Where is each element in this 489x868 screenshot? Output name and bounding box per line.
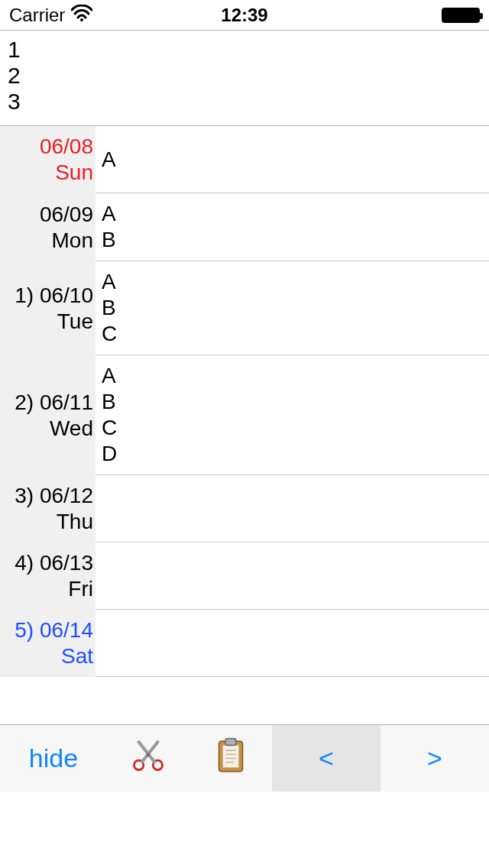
entry-empty — [102, 496, 489, 522]
day-row[interactable]: 2) 06/11WedABCD — [0, 355, 489, 475]
entry: A — [102, 363, 489, 389]
day-row[interactable]: 1) 06/10TueABC — [0, 261, 489, 355]
bottom-blank — [0, 792, 489, 868]
status-bar: Carrier 12:39 — [0, 0, 489, 31]
header-line-3: 3 — [8, 89, 481, 115]
prev-button-label: < — [319, 743, 334, 773]
status-left: Carrier — [9, 5, 92, 26]
date-line-1: 06/08 — [40, 134, 93, 160]
date-line-2: Sun — [55, 160, 93, 186]
date-line-2: Wed — [50, 416, 93, 442]
prev-button[interactable]: < — [272, 725, 381, 792]
header-line-1: 1 — [8, 37, 481, 63]
status-time: 12:39 — [221, 5, 267, 26]
header-area: 1 2 3 — [0, 31, 489, 125]
day-row[interactable]: 06/09MonAB — [0, 193, 489, 261]
day-row[interactable]: 3) 06/12Thu — [0, 475, 489, 542]
day-list: 06/08SunA06/09MonAB1) 06/10TueABC2) 06/1… — [0, 125, 489, 677]
date-cell: 2) 06/11Wed — [0, 355, 96, 475]
entry-empty — [102, 563, 489, 589]
next-button-label: > — [427, 743, 442, 773]
entry: B — [102, 227, 489, 253]
carrier-label: Carrier — [9, 5, 65, 26]
paste-button[interactable] — [189, 725, 272, 792]
day-row[interactable]: 5) 06/14Sat — [0, 610, 489, 677]
svg-rect-5 — [223, 745, 239, 767]
clipboard-icon — [215, 737, 247, 780]
hide-button[interactable]: hide — [0, 725, 107, 792]
entry: A — [102, 147, 489, 173]
entry: C — [102, 321, 489, 347]
entries-cell: AB — [96, 193, 489, 261]
entry: B — [102, 389, 489, 415]
next-button[interactable]: > — [381, 725, 489, 792]
date-cell: 06/08Sun — [0, 126, 96, 193]
entry: A — [102, 201, 489, 227]
date-cell: 06/09Mon — [0, 193, 96, 261]
scissors-icon — [131, 739, 165, 779]
date-line-1: 1) 06/10 — [15, 283, 93, 309]
date-line-1: 4) 06/13 — [15, 550, 93, 576]
entries-cell — [96, 542, 489, 610]
date-line-2: Thu — [57, 509, 93, 535]
entries-cell: ABC — [96, 261, 489, 355]
entries-cell — [96, 610, 489, 677]
entry: C — [102, 415, 489, 441]
toolbar: hide < > — [0, 724, 489, 792]
entries-cell: A — [96, 126, 489, 193]
date-cell: 1) 06/10Tue — [0, 261, 96, 355]
date-line-2: Sat — [61, 643, 93, 669]
date-line-1: 3) 06/12 — [15, 483, 93, 509]
entry: B — [102, 295, 489, 321]
date-line-1: 5) 06/14 — [15, 617, 93, 643]
entries-cell: ABCD — [96, 355, 489, 475]
entries-cell — [96, 475, 489, 542]
day-row[interactable]: 4) 06/13Fri — [0, 542, 489, 610]
svg-rect-6 — [225, 738, 236, 745]
svg-point-0 — [80, 18, 83, 21]
date-cell: 5) 06/14Sat — [0, 610, 96, 677]
date-cell: 4) 06/13Fri — [0, 542, 96, 610]
hide-button-label: hide — [29, 743, 78, 773]
cut-button[interactable] — [107, 725, 189, 792]
date-line-1: 06/09 — [40, 202, 93, 228]
date-cell: 3) 06/12Thu — [0, 475, 96, 542]
entry-empty — [102, 630, 489, 656]
header-line-2: 2 — [8, 63, 481, 89]
battery-icon — [442, 8, 480, 23]
date-line-2: Tue — [57, 309, 93, 335]
date-line-2: Fri — [68, 576, 93, 602]
svg-point-3 — [147, 753, 150, 756]
entry: A — [102, 269, 489, 295]
day-row[interactable]: 06/08SunA — [0, 126, 489, 193]
date-line-2: Mon — [52, 228, 93, 254]
wifi-icon — [71, 5, 92, 26]
entry: D — [102, 441, 489, 467]
date-line-1: 2) 06/11 — [15, 390, 93, 416]
